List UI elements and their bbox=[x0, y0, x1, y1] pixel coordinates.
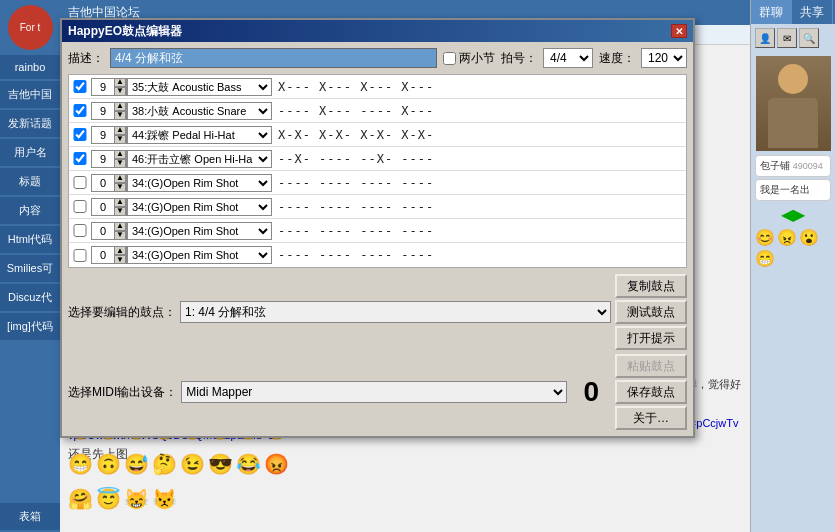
modal-close-button[interactable]: ✕ bbox=[671, 24, 687, 38]
sidebar-item-table[interactable]: 表箱 bbox=[0, 503, 60, 530]
drum-pattern-0: X--- X--- X--- X--- bbox=[272, 80, 686, 94]
drum-check-6[interactable] bbox=[72, 224, 88, 237]
save-btn[interactable]: 保存鼓点 bbox=[615, 380, 687, 404]
speed-select[interactable]: 120 bbox=[641, 48, 687, 68]
drum-check-2[interactable] bbox=[72, 128, 88, 141]
spin-down-1[interactable]: ▼ bbox=[114, 111, 126, 120]
drum-grid-scroll[interactable]: ▲ ▼ 35:大鼓 Acoustic Bass X--- X--- X--- X… bbox=[69, 75, 686, 267]
emoji-main-17[interactable]: 🤗 bbox=[68, 487, 93, 511]
right-icon-row: 👤 ✉ 🔍 bbox=[751, 24, 835, 52]
mail-icon-btn[interactable]: ✉ bbox=[777, 28, 797, 48]
open-tip-btn[interactable]: 打开提示 bbox=[615, 326, 687, 350]
spin-down-2[interactable]: ▼ bbox=[114, 135, 126, 144]
drum-name-select-4[interactable]: 34:(G)Open Rim Shot bbox=[127, 174, 272, 192]
drum-check-5[interactable] bbox=[72, 200, 88, 213]
person-icon-btn[interactable]: 👤 bbox=[755, 28, 775, 48]
table-row: ▲ ▼ 35:大鼓 Acoustic Bass X--- X--- X--- X… bbox=[69, 75, 686, 99]
drum-volume-3[interactable] bbox=[92, 151, 114, 167]
sidebar-item-html[interactable]: Html代码 bbox=[0, 226, 60, 253]
emoji-main-15[interactable]: 😂 bbox=[236, 452, 261, 476]
drum-check-7[interactable] bbox=[72, 249, 88, 262]
spin-down-7[interactable]: ▼ bbox=[114, 255, 126, 264]
drum-spinbox-2: ▲ ▼ bbox=[91, 126, 127, 144]
sidebar-item-new-topic[interactable]: 发新话题 bbox=[0, 110, 60, 137]
person-name-bubble: 包子铺 490094 bbox=[755, 155, 831, 177]
emoji-1[interactable]: 😊 bbox=[755, 228, 775, 247]
drum-name-select-3[interactable]: 46:开击立镲 Open Hi-Ha bbox=[127, 150, 272, 168]
emoji-main-9[interactable]: 😁 bbox=[68, 452, 93, 476]
emoji-area: 😊 😠 😮 😁 bbox=[751, 226, 835, 270]
drum-volume-1[interactable] bbox=[92, 103, 114, 119]
spin-up-7[interactable]: ▲ bbox=[114, 246, 126, 255]
emoji-main-14[interactable]: 😎 bbox=[208, 452, 233, 476]
sidebar-item-smilies[interactable]: Smilies可 bbox=[0, 255, 60, 282]
spin-down-3[interactable]: ▼ bbox=[114, 159, 126, 168]
chat-arrow[interactable]: ◀▶ bbox=[751, 203, 835, 226]
drum-volume-5[interactable] bbox=[92, 199, 114, 215]
emoji-2[interactable]: 😠 bbox=[777, 228, 797, 247]
drum-volume-7[interactable] bbox=[92, 247, 114, 263]
modal-titlebar: HappyEO鼓点编辑器 ✕ bbox=[62, 20, 693, 42]
emoji-area-main-3: 🤗 😇 😸 😾 bbox=[60, 485, 750, 513]
emoji-main-16[interactable]: 😡 bbox=[264, 452, 289, 476]
description-label: 描述： bbox=[68, 50, 104, 67]
table-row: ▲ ▼ 34:(G)Open Rim Shot ---- ---- ---- -… bbox=[69, 171, 686, 195]
drum-volume-6[interactable] bbox=[92, 223, 114, 239]
paste-btn[interactable]: 粘贴鼓点 bbox=[615, 354, 687, 378]
drum-volume-0[interactable] bbox=[92, 79, 114, 95]
drum-pattern-1: ---- X--- ---- X--- bbox=[272, 104, 686, 118]
drum-name-select-2[interactable]: 44:踩镲 Pedal Hi-Hat bbox=[127, 126, 272, 144]
two-bar-checkbox[interactable] bbox=[443, 52, 456, 65]
drum-grid: ▲ ▼ 35:大鼓 Acoustic Bass X--- X--- X--- X… bbox=[68, 74, 687, 268]
search-icon-btn[interactable]: 🔍 bbox=[799, 28, 819, 48]
drum-name-select-5[interactable]: 34:(G)Open Rim Shot bbox=[127, 198, 272, 216]
emoji-main-10[interactable]: 🙃 bbox=[96, 452, 121, 476]
spin-down-0[interactable]: ▼ bbox=[114, 87, 126, 96]
drum-spinbox-0: ▲ ▼ bbox=[91, 78, 127, 96]
emoji-4[interactable]: 😁 bbox=[755, 249, 775, 268]
drum-check-3[interactable] bbox=[72, 152, 88, 165]
action-buttons-col2: 粘贴鼓点 保存鼓点 关于… bbox=[615, 354, 687, 430]
sidebar-item-guitar[interactable]: 吉他中国 bbox=[0, 81, 60, 108]
tab-group-chat[interactable]: 群聊 bbox=[751, 0, 792, 24]
drum-check-1[interactable] bbox=[72, 104, 88, 117]
emoji-main-13[interactable]: 😉 bbox=[180, 452, 205, 476]
emoji-main-20[interactable]: 😾 bbox=[152, 487, 177, 511]
select-edit-label: 选择要编辑的鼓点： bbox=[68, 304, 176, 321]
sidebar-item-discuz[interactable]: Discuz代 bbox=[0, 284, 60, 311]
drum-name-select-6[interactable]: 34:(G)Open Rim Shot bbox=[127, 222, 272, 240]
sidebar-item-img[interactable]: [img]代码 bbox=[0, 313, 60, 340]
sidebar-item-content[interactable]: 内容 bbox=[0, 197, 60, 224]
emoji-main-18[interactable]: 😇 bbox=[96, 487, 121, 511]
tab-share[interactable]: 共享 bbox=[792, 0, 833, 24]
test-btn[interactable]: 测试鼓点 bbox=[615, 300, 687, 324]
emoji-3[interactable]: 😮 bbox=[799, 228, 819, 247]
spin-down-5[interactable]: ▼ bbox=[114, 207, 126, 216]
spin-down-4[interactable]: ▼ bbox=[114, 183, 126, 192]
logo: For t bbox=[8, 5, 53, 50]
emoji-area-main-2: 😁 🙃 😅 🤔 😉 😎 😂 😡 bbox=[60, 450, 750, 478]
sidebar-item-rainbow[interactable]: rainbo bbox=[0, 55, 60, 79]
drum-name-select-1[interactable]: 38:小鼓 Acoustic Snare bbox=[127, 102, 272, 120]
drum-check-0[interactable] bbox=[72, 80, 88, 93]
drum-check-4[interactable] bbox=[72, 176, 88, 189]
drum-volume-4[interactable] bbox=[92, 175, 114, 191]
emoji-main-12[interactable]: 🤔 bbox=[152, 452, 177, 476]
drum-volume-2[interactable] bbox=[92, 127, 114, 143]
spin-down-6[interactable]: ▼ bbox=[114, 231, 126, 240]
emoji-main-19[interactable]: 😸 bbox=[124, 487, 149, 511]
drum-editor-dialog: HappyEO鼓点编辑器 ✕ 描述： 两小节 拍号： 4/4 速度： 120 bbox=[60, 18, 695, 438]
about-btn[interactable]: 关于… bbox=[615, 406, 687, 430]
select-edit-row: 选择要编辑的鼓点： 1: 4/4 分解和弦 复制鼓点 测试鼓点 打开提示 bbox=[68, 274, 687, 350]
description-input[interactable] bbox=[110, 48, 437, 68]
modal-body: 描述： 两小节 拍号： 4/4 速度： 120 bbox=[62, 42, 693, 436]
select-midi-dropdown[interactable]: Midi Mapper bbox=[181, 381, 567, 403]
sidebar-item-username[interactable]: 用户名 bbox=[0, 139, 60, 166]
emoji-main-11[interactable]: 😅 bbox=[124, 452, 149, 476]
drum-name-select-7[interactable]: 34:(G)Open Rim Shot bbox=[127, 246, 272, 264]
copy-btn[interactable]: 复制鼓点 bbox=[615, 274, 687, 298]
beat-select[interactable]: 4/4 bbox=[543, 48, 593, 68]
select-edit-dropdown[interactable]: 1: 4/4 分解和弦 bbox=[180, 301, 611, 323]
drum-name-select-0[interactable]: 35:大鼓 Acoustic Bass bbox=[127, 78, 272, 96]
sidebar-item-title[interactable]: 标题 bbox=[0, 168, 60, 195]
